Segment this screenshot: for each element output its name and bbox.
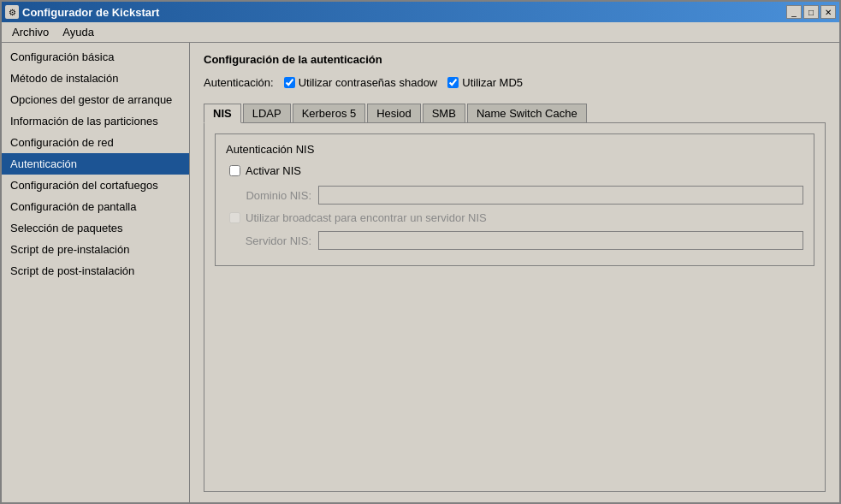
dominio-nis-label: Dominio NIS: (226, 189, 311, 202)
md5-checkbox-group: Utilizar MD5 (447, 76, 523, 89)
dominio-nis-input[interactable] (318, 186, 803, 205)
sidebar-item-pantalla[interactable]: Configuración de pantalla (2, 196, 189, 217)
content-area: Configuración básica Método de instalaci… (2, 43, 839, 502)
window-title: Configurador de Kickstart (22, 6, 159, 19)
sidebar-item-autenticacion[interactable]: Autenticación (2, 153, 189, 175)
sidebar-item-metodo-instalacion[interactable]: Método de instalación (2, 68, 189, 89)
auth-header: Autenticación: Utilizar contraseñas shad… (204, 76, 826, 89)
tab-hesiod[interactable]: Hesiod (367, 104, 420, 123)
nis-group-title: Autenticación NIS (226, 143, 803, 156)
titlebar-left: ⚙ Configurador de Kickstart (5, 5, 159, 19)
sidebar-item-paquetes[interactable]: Selección de paquetes (2, 217, 189, 239)
md5-checkbox[interactable] (447, 77, 459, 88)
menubar: Archivo Ayuda (2, 22, 839, 43)
tab-content-nis: Autenticación NIS Activar NIS Dominio NI… (204, 122, 826, 492)
broadcast-checkbox[interactable] (229, 212, 240, 223)
broadcast-row: Utilizar broadcast para encontrar un ser… (226, 211, 803, 224)
menu-ayuda[interactable]: Ayuda (56, 24, 101, 40)
sidebar-item-particiones[interactable]: Información de las particiones (2, 110, 189, 132)
shadow-label: Utilizar contraseñas shadow (299, 76, 438, 89)
tab-smb[interactable]: SMB (423, 104, 465, 123)
activar-nis-label: Activar NIS (246, 164, 301, 177)
servidor-nis-row: Servidor NIS: (226, 231, 803, 250)
tab-kerberos5[interactable]: Kerberos 5 (293, 104, 366, 123)
sidebar: Configuración básica Método de instalaci… (2, 43, 190, 502)
broadcast-label: Utilizar broadcast para encontrar un ser… (246, 211, 487, 224)
activar-nis-row: Activar NIS (226, 164, 803, 177)
sidebar-item-gestor-arranque[interactable]: Opciones del gestor de arranque (2, 89, 189, 110)
md5-label: Utilizar MD5 (462, 76, 523, 89)
titlebar-buttons: _ □ ✕ (786, 5, 836, 19)
servidor-nis-input[interactable] (318, 231, 803, 250)
tab-nis[interactable]: NIS (204, 104, 241, 123)
tabs-container: NIS LDAP Kerberos 5 Hesiod SMB Name Swit… (204, 103, 826, 492)
menu-archivo[interactable]: Archivo (5, 24, 56, 40)
main-content: Configuración de la autenticación Autent… (190, 43, 839, 502)
sidebar-item-config-basica[interactable]: Configuración básica (2, 46, 189, 68)
maximize-button[interactable]: □ (803, 5, 819, 19)
sidebar-item-config-red[interactable]: Configuración de red (2, 132, 189, 153)
tab-name-switch-cache[interactable]: Name Switch Cache (467, 104, 587, 123)
sidebar-item-cortafuegos[interactable]: Configuración del cortafuegos (2, 175, 189, 196)
tab-ldap[interactable]: LDAP (243, 104, 291, 123)
dominio-nis-row: Dominio NIS: (226, 186, 803, 205)
auth-label: Autenticación: (204, 76, 274, 89)
section-title: Configuración de la autenticación (204, 53, 826, 66)
servidor-nis-label: Servidor NIS: (226, 234, 311, 247)
shadow-checkbox-group: Utilizar contraseñas shadow (284, 76, 438, 89)
close-button[interactable]: ✕ (820, 5, 836, 19)
tab-bar: NIS LDAP Kerberos 5 Hesiod SMB Name Swit… (204, 103, 826, 122)
minimize-button[interactable]: _ (786, 5, 802, 19)
sidebar-item-post-instalacion[interactable]: Script de post-instalación (2, 260, 189, 282)
main-window: ⚙ Configurador de Kickstart _ □ ✕ Archiv… (0, 0, 841, 504)
nis-group: Autenticación NIS Activar NIS Dominio NI… (215, 133, 814, 266)
shadow-checkbox[interactable] (284, 77, 295, 88)
titlebar: ⚙ Configurador de Kickstart _ □ ✕ (2, 2, 839, 22)
app-icon: ⚙ (5, 5, 19, 19)
activar-nis-checkbox[interactable] (229, 165, 240, 176)
sidebar-item-pre-instalacion[interactable]: Script de pre-instalación (2, 239, 189, 260)
